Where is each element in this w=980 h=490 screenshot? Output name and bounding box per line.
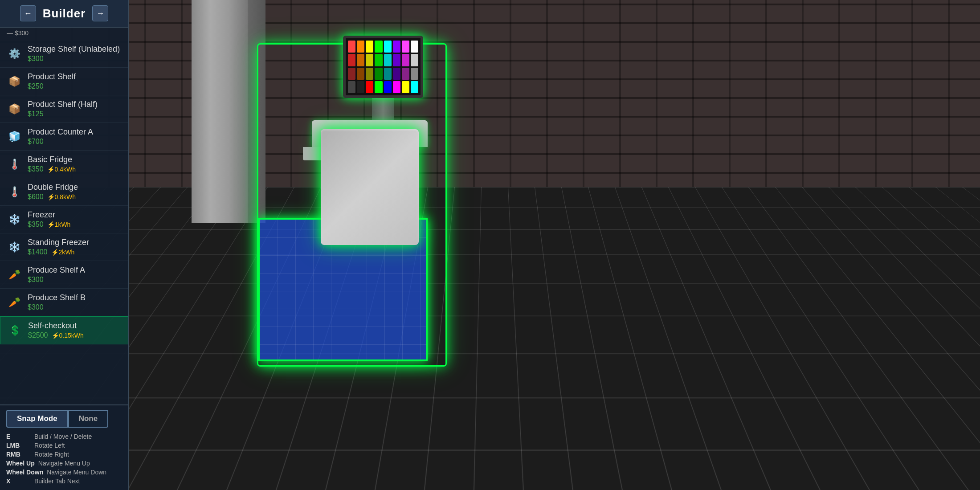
monitor-pixel-1 [357, 41, 364, 53]
monitor-pixel-28 [384, 81, 392, 93]
monitor-pixel-7 [411, 41, 418, 53]
scroll-indicator: — $300 [0, 28, 128, 38]
item-name-produce-shelf-b: Produce Shelf B [28, 293, 86, 302]
item-icon-storage-shelf-unlabeled: ⚙️ [6, 46, 22, 62]
item-icon-product-shelf: 📦 [6, 74, 22, 90]
item-price-standing-freezer: $1400 [28, 248, 48, 256]
item-name-product-counter-a: Product Counter A [28, 127, 93, 137]
monitor-pixel-3 [375, 41, 382, 53]
item-produce-shelf-a[interactable]: 🥕Produce Shelf A$300 [0, 261, 128, 289]
item-icon-product-shelf-half: 📦 [6, 101, 22, 117]
machine-base [321, 129, 419, 245]
item-double-fridge[interactable]: 🌡️Double Fridge$600⚡0.8kWh [0, 178, 128, 206]
item-icon-produce-shelf-a: 🥕 [6, 267, 22, 283]
item-energy-basic-fridge: ⚡0.4kWh [47, 166, 76, 173]
keybind-row-wheel-down: Wheel DownNavigate Menu Down [6, 468, 122, 477]
item-price-self-checkout: $2500 [28, 331, 48, 339]
monitor-pixel-10 [366, 54, 373, 66]
snap-mode-button[interactable]: Snap Mode [6, 410, 68, 428]
nav-prev-button[interactable]: ← [20, 5, 36, 21]
item-produce-shelf-b[interactable]: 🥕Produce Shelf B$300 [0, 289, 128, 316]
item-price-basic-fridge: $350 [28, 165, 44, 173]
item-self-checkout[interactable]: 💲Self-checkout$2500⚡0.15kWh [0, 316, 128, 344]
monitor-pixel-0 [348, 41, 355, 53]
monitor [343, 36, 423, 98]
item-name-basic-fridge: Basic Fridge [28, 155, 76, 164]
key-label: LMB [6, 442, 31, 449]
item-icon-standing-freezer: ❄️ [6, 239, 22, 255]
snap-mode-value[interactable]: None [68, 410, 109, 428]
item-name-product-shelf: Product Shelf [28, 72, 76, 82]
item-energy-self-checkout: ⚡0.15kWh [52, 332, 84, 339]
monitor-pixel-17 [357, 68, 364, 80]
key-desc: Rotate Right [34, 451, 69, 458]
item-energy-freezer: ⚡1kWh [47, 221, 71, 228]
monitor-pixel-20 [384, 68, 392, 80]
monitor-pixel-2 [366, 41, 373, 53]
item-product-counter-a[interactable]: 🧊Product Counter A$700 [0, 123, 128, 151]
monitor-pixel-9 [357, 54, 364, 66]
key-desc: Rotate Left [34, 442, 65, 449]
monitor-pixel-30 [402, 81, 409, 93]
item-name-storage-shelf-unlabeled: Storage Shelf (Unlabeled) [28, 45, 120, 54]
key-desc: Navigate Menu Down [47, 469, 106, 476]
items-list[interactable]: ⚙️Storage Shelf (Unlabeled)$300📦Product … [0, 38, 128, 404]
builder-panel: ← Builder → — $300 ⚙️Storage Shelf (Unla… [0, 0, 129, 490]
monitor-pixel-24 [348, 81, 355, 93]
monitor-pixel-31 [411, 81, 418, 93]
item-name-product-shelf-half: Product Shelf (Half) [28, 100, 98, 109]
monitor-pixel-19 [375, 68, 382, 80]
monitor-pixel-29 [393, 81, 400, 93]
monitor-pixel-22 [402, 68, 409, 80]
monitor-pixel-5 [393, 41, 400, 53]
key-desc: Builder Tab Next [34, 478, 80, 485]
monitor-pixel-14 [402, 54, 409, 66]
monitor-pixel-16 [348, 68, 355, 80]
item-product-shelf[interactable]: 📦Product Shelf$250 [0, 68, 128, 95]
item-icon-self-checkout: 💲 [7, 323, 23, 339]
key-label: Wheel Down [6, 469, 43, 476]
checkout-machine-3d [312, 58, 437, 245]
item-energy-double-fridge: ⚡0.8kWh [47, 193, 76, 200]
item-icon-freezer: ❄️ [6, 212, 22, 228]
key-label: X [6, 478, 31, 485]
item-price-produce-shelf-b: $300 [28, 303, 44, 311]
keybind-row-x: XBuilder Tab Next [6, 477, 122, 486]
monitor-screen [346, 38, 421, 95]
game-viewport [0, 0, 980, 490]
key-label: E [6, 433, 31, 440]
monitor-pixel-18 [366, 68, 373, 80]
item-icon-produce-shelf-b: 🥕 [6, 294, 22, 310]
keybind-row-rmb: RMBRotate Right [6, 450, 122, 459]
item-price-double-fridge: $600 [28, 193, 44, 201]
monitor-pixel-15 [411, 54, 418, 66]
monitor-pixel-12 [384, 54, 392, 66]
item-basic-fridge[interactable]: 🌡️Basic Fridge$350⚡0.4kWh [0, 151, 128, 178]
floor-grid [0, 187, 980, 490]
key-desc: Build / Move / Delete [34, 433, 92, 440]
builder-title: Builder [43, 7, 86, 20]
item-icon-product-counter-a: 🧊 [6, 129, 22, 145]
key-desc: Navigate Menu Up [38, 460, 90, 467]
item-price-produce-shelf-a: $300 [28, 276, 44, 284]
item-price-storage-shelf-unlabeled: $300 [28, 55, 44, 63]
monitor-pixel-27 [375, 81, 382, 93]
snap-mode-row: Snap Mode None [6, 410, 122, 428]
item-name-standing-freezer: Standing Freezer [28, 238, 89, 247]
item-price-product-shelf-half: $125 [28, 110, 44, 118]
item-name-freezer: Freezer [28, 210, 70, 220]
item-storage-shelf-unlabeled[interactable]: ⚙️Storage Shelf (Unlabeled)$300 [0, 40, 128, 68]
item-product-shelf-half[interactable]: 📦Product Shelf (Half)$125 [0, 95, 128, 123]
item-standing-freezer[interactable]: ❄️Standing Freezer$1400⚡2kWh [0, 233, 128, 261]
concrete-pillar [192, 0, 249, 223]
item-icon-double-fridge: 🌡️ [6, 184, 22, 200]
item-freezer[interactable]: ❄️Freezer$350⚡1kWh [0, 206, 128, 233]
key-label: RMB [6, 451, 31, 458]
bottom-controls: Snap Mode None EBuild / Move / DeleteLMB… [0, 404, 128, 490]
item-energy-standing-freezer: ⚡2kWh [51, 249, 75, 256]
monitor-pixel-6 [402, 41, 409, 53]
item-price-product-counter-a: $700 [28, 138, 44, 146]
nav-next-button[interactable]: → [92, 5, 108, 21]
monitor-pixel-26 [366, 81, 373, 93]
keybinds-list: EBuild / Move / DeleteLMBRotate LeftRMBR… [6, 432, 122, 486]
